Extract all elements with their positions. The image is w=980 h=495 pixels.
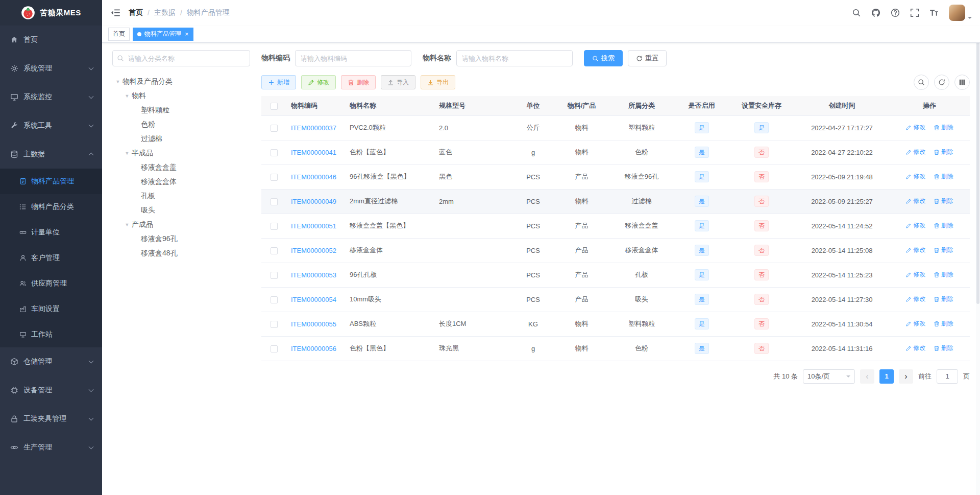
edit-link[interactable]: 修改 — [905, 221, 925, 230]
edit-link[interactable]: 修改 — [905, 148, 925, 156]
sidebar-item-workshop-settings[interactable]: 车间设置 — [0, 296, 102, 322]
tree-node[interactable]: 移液盒盒盖 — [112, 160, 250, 175]
row-checkbox[interactable] — [271, 272, 278, 279]
edit-link[interactable]: 修改 — [905, 197, 925, 205]
breadcrumb-item[interactable]: 物料产品管理 — [187, 8, 230, 17]
sidebar-item-material-product-category[interactable]: 物料产品分类 — [0, 194, 102, 220]
edit-link[interactable]: 修改 — [905, 270, 925, 279]
item-code-link[interactable]: ITEM00000051 — [291, 222, 336, 230]
row-checkbox[interactable] — [271, 321, 278, 328]
help-icon[interactable] — [891, 8, 900, 17]
sidebar-item-system-mgmt[interactable]: 系统管理 — [0, 54, 102, 83]
fullscreen-icon[interactable] — [910, 8, 919, 17]
row-checkbox[interactable] — [271, 125, 278, 132]
prev-page-button[interactable] — [860, 369, 874, 384]
search-button[interactable]: 搜索 — [584, 50, 623, 66]
tree-node[interactable]: 半成品 — [112, 146, 250, 160]
item-code-link[interactable]: ITEM00000046 — [291, 173, 336, 181]
item-code-link[interactable]: ITEM00000055 — [291, 320, 336, 328]
edit-link[interactable]: 修改 — [905, 246, 925, 254]
sidebar-item-master-data[interactable]: 主数据 — [0, 140, 102, 169]
hamburger-icon[interactable] — [110, 8, 120, 18]
sidebar-item-warehouse-mgmt[interactable]: 仓储管理 — [0, 347, 102, 376]
delete-link[interactable]: 删除 — [934, 123, 953, 132]
delete-button[interactable]: 删除 — [341, 75, 376, 89]
sidebar-item-production-mgmt[interactable]: 生产管理 — [0, 433, 102, 462]
page-size-select[interactable]: 10条/页 — [803, 369, 855, 384]
next-page-button[interactable] — [899, 369, 913, 384]
edit-link[interactable]: 修改 — [905, 172, 925, 181]
breadcrumb-item[interactable]: 主数据 — [154, 8, 187, 17]
row-checkbox[interactable] — [271, 345, 278, 352]
row-checkbox[interactable] — [271, 174, 278, 181]
tree-node[interactable]: 物料 — [112, 89, 250, 103]
import-button[interactable]: 导入 — [381, 75, 415, 89]
edit-link[interactable]: 修改 — [905, 344, 925, 352]
delete-link[interactable]: 删除 — [934, 197, 953, 205]
page-number-1[interactable]: 1 — [879, 369, 894, 384]
app-logo[interactable]: 苦糖果MES — [0, 0, 102, 26]
export-button[interactable]: 导出 — [421, 75, 455, 89]
delete-link[interactable]: 删除 — [934, 246, 953, 254]
reset-button[interactable]: 重置 — [628, 50, 667, 66]
item-code-link[interactable]: ITEM00000041 — [291, 149, 336, 156]
delete-link[interactable]: 删除 — [934, 172, 953, 181]
delete-link[interactable]: 删除 — [934, 148, 953, 156]
tree-node[interactable]: 产成品 — [112, 218, 250, 232]
delete-link[interactable]: 删除 — [934, 221, 953, 230]
sidebar-item-customer-mgmt[interactable]: 客户管理 — [0, 245, 102, 271]
row-checkbox[interactable] — [271, 149, 278, 156]
tree-node[interactable]: 移液盒96孔 — [112, 232, 250, 246]
edit-link[interactable]: 修改 — [905, 319, 925, 328]
item-code-link[interactable]: ITEM00000053 — [291, 271, 336, 279]
delete-link[interactable]: 删除 — [934, 344, 953, 352]
tree-node[interactable]: 塑料颗粒 — [112, 103, 250, 117]
toggle-search-button[interactable] — [914, 75, 929, 90]
delete-link[interactable]: 删除 — [934, 319, 953, 328]
delete-link[interactable]: 删除 — [934, 270, 953, 279]
item-code-link[interactable]: ITEM00000049 — [291, 198, 336, 205]
item-code-link[interactable]: ITEM00000054 — [291, 296, 336, 303]
scrollbar-thumb[interactable] — [976, 28, 979, 304]
tree-node[interactable]: 过滤棉 — [112, 132, 250, 146]
avatar[interactable] — [949, 5, 965, 21]
sidebar-item-tooling-mgmt[interactable]: 工装夹具管理 — [0, 405, 102, 433]
edit-link[interactable]: 修改 — [905, 123, 925, 132]
font-size-icon[interactable] — [929, 8, 939, 17]
sidebar-item-system-tools[interactable]: 系统工具 — [0, 111, 102, 140]
refresh-table-button[interactable] — [934, 75, 949, 90]
tree-node[interactable]: 物料及产品分类 — [112, 75, 250, 89]
row-checkbox[interactable] — [271, 296, 278, 303]
item-code-link[interactable]: ITEM00000037 — [291, 124, 336, 132]
goto-page-input[interactable] — [937, 369, 958, 384]
delete-link[interactable]: 删除 — [934, 295, 953, 303]
item-code-link[interactable]: ITEM00000052 — [291, 247, 336, 254]
sidebar-item-system-monitor[interactable]: 系统监控 — [0, 83, 102, 111]
edit-link[interactable]: 修改 — [905, 295, 925, 303]
item-code-link[interactable]: ITEM00000056 — [291, 345, 336, 352]
tab-tag[interactable]: 首页 — [108, 28, 130, 41]
tab-tag[interactable]: 物料产品管理 — [133, 28, 193, 41]
material-code-input[interactable] — [295, 50, 411, 66]
tree-node[interactable]: 孔板 — [112, 189, 250, 203]
search-icon[interactable] — [852, 8, 861, 17]
sidebar-item-measure-unit[interactable]: 计量单位 — [0, 220, 102, 245]
column-settings-button[interactable] — [954, 75, 970, 90]
sidebar-item-home[interactable]: 首页 — [0, 26, 102, 54]
close-icon[interactable] — [185, 31, 189, 37]
add-button[interactable]: 新增 — [261, 75, 296, 89]
sidebar-item-equipment-mgmt[interactable]: 设备管理 — [0, 376, 102, 405]
sidebar-item-supplier-mgmt[interactable]: 供应商管理 — [0, 271, 102, 296]
github-icon[interactable] — [871, 8, 880, 17]
user-menu[interactable] — [949, 5, 972, 21]
row-checkbox[interactable] — [271, 247, 278, 254]
breadcrumb-item[interactable]: 首页 — [129, 8, 154, 17]
material-name-input[interactable] — [456, 50, 573, 66]
tree-node[interactable]: 吸头 — [112, 203, 250, 218]
tree-node[interactable]: 移液盒48孔 — [112, 246, 250, 261]
sidebar-item-material-product-mgmt[interactable]: 物料产品管理 — [0, 169, 102, 194]
scrollbar-track[interactable] — [976, 26, 980, 495]
tree-node[interactable]: 移液盒盒体 — [112, 175, 250, 189]
select-all-checkbox[interactable] — [271, 103, 278, 110]
category-search-input[interactable] — [112, 50, 250, 66]
